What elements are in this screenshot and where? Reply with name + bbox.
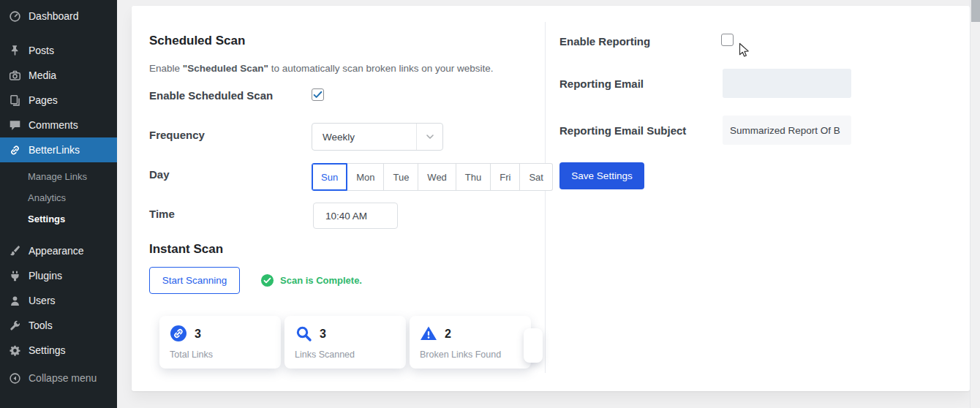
- collapse-arrow-icon: [7, 371, 22, 385]
- admin-menu: Dashboard Posts Media Pages Commen: [0, 0, 117, 390]
- scheduled-scan-description: Enable "Scheduled Scan" to automatically…: [149, 63, 494, 74]
- gear-icon: [7, 343, 22, 358]
- reporting-email-subject-input[interactable]: [723, 116, 851, 145]
- time-label: Time: [149, 208, 175, 220]
- plug-icon: [7, 268, 22, 283]
- total-links-value: 3: [195, 328, 201, 341]
- speech-bubble-icon: [7, 118, 22, 132]
- betterlinks-submenu: Manage Links Analytics Settings: [0, 162, 117, 238]
- reporting-email-input[interactable]: [723, 69, 851, 98]
- day-label: Day: [149, 168, 170, 181]
- sidebar-item-collapse-menu[interactable]: Collapse menu: [0, 366, 117, 390]
- chevron-down-icon: [416, 124, 442, 150]
- link-icon: [7, 143, 22, 157]
- day-selector: Sun Mon Tue Wed Thu Fri Sat: [312, 163, 553, 191]
- checkmark-icon: [312, 89, 323, 100]
- dashboard-icon: [7, 9, 22, 23]
- frequency-select[interactable]: Weekly: [312, 123, 443, 151]
- submenu-item-settings[interactable]: Settings: [0, 208, 117, 230]
- links-scanned-value: 3: [320, 328, 326, 341]
- sidebar-item-label: Pages: [29, 94, 58, 106]
- time-input[interactable]: [313, 203, 398, 229]
- sidebar-item-label: Tools: [29, 320, 53, 331]
- enable-reporting-label: Enable Reporting: [559, 35, 650, 48]
- day-button-tue[interactable]: Tue: [384, 163, 418, 191]
- wrench-icon: [7, 318, 22, 333]
- column-divider: [545, 22, 546, 373]
- link-circle-icon: [170, 325, 187, 342]
- scan-status: Scan is Complete.: [260, 267, 362, 294]
- sidebar-item-users[interactable]: Users: [0, 288, 117, 313]
- pushpin-icon: [7, 43, 22, 58]
- sidebar-item-settings[interactable]: Settings: [0, 338, 117, 363]
- broken-links-value: 2: [445, 328, 451, 341]
- description-bold: "Scheduled Scan": [183, 63, 268, 74]
- scheduled-scan-title: Scheduled Scan: [149, 34, 245, 48]
- stat-card-links-scanned: 3 Links Scanned: [284, 316, 406, 369]
- day-button-thu[interactable]: Thu: [456, 163, 491, 191]
- search-icon: [295, 325, 312, 342]
- sidebar-item-comments[interactable]: Comments: [0, 113, 117, 137]
- day-button-wed[interactable]: Wed: [418, 163, 456, 191]
- frequency-selected-value: Weekly: [312, 132, 416, 143]
- sidebar-item-betterlinks[interactable]: BetterLinks: [0, 137, 117, 162]
- sidebar-item-appearance[interactable]: Appearance: [0, 238, 117, 263]
- enable-scheduled-scan-label: Enable Scheduled Scan: [149, 89, 273, 102]
- wp-admin-sidebar: Dashboard Posts Media Pages Commen: [0, 0, 117, 408]
- sidebar-item-posts[interactable]: Posts: [0, 38, 117, 63]
- submenu-item-analytics[interactable]: Analytics: [0, 187, 117, 208]
- submenu-item-manage-links[interactable]: Manage Links: [0, 166, 117, 187]
- day-button-mon[interactable]: Mon: [347, 163, 384, 191]
- sidebar-item-label: Posts: [29, 45, 54, 56]
- sidebar-item-label: Appearance: [29, 245, 84, 257]
- reporting-email-subject-label: Reporting Email Subject: [559, 124, 686, 137]
- reporting-email-label: Reporting Email: [559, 78, 644, 90]
- description-prefix: Enable: [149, 63, 183, 74]
- sidebar-item-tools[interactable]: Tools: [0, 313, 117, 338]
- sidebar-item-label: Settings: [29, 344, 66, 356]
- scrollbar-track[interactable]: [970, 0, 980, 408]
- paintbrush-icon: [7, 243, 22, 258]
- frequency-label: Frequency: [149, 129, 205, 141]
- sidebar-item-pages[interactable]: Pages: [0, 88, 117, 113]
- stat-card-total-links: 3 Total Links: [159, 316, 281, 369]
- sidebar-item-label: Collapse menu: [29, 372, 97, 384]
- settings-panel: Scheduled Scan Enable "Scheduled Scan" t…: [132, 6, 970, 391]
- enable-reporting-checkbox[interactable]: [721, 34, 734, 46]
- user-icon: [7, 293, 22, 308]
- enable-scheduled-scan-checkbox[interactable]: [312, 88, 324, 101]
- links-scanned-label: Links Scanned: [295, 350, 355, 360]
- sidebar-item-dashboard[interactable]: Dashboard: [0, 4, 117, 29]
- start-scanning-button[interactable]: Start Scanning: [149, 267, 240, 294]
- menu-separator: [0, 29, 117, 38]
- scrollbar-thumb[interactable]: [971, 0, 980, 22]
- sidebar-item-label: Comments: [29, 119, 78, 131]
- sidebar-item-label: Users: [29, 295, 56, 306]
- camera-icon: [7, 68, 22, 83]
- scan-status-text: Scan is Complete.: [280, 275, 362, 286]
- stat-card-partial: [524, 328, 543, 363]
- sidebar-item-label: Dashboard: [29, 10, 79, 22]
- sidebar-item-plugins[interactable]: Plugins: [0, 263, 117, 288]
- sidebar-item-label: Media: [29, 69, 56, 81]
- day-button-sun[interactable]: Sun: [312, 163, 347, 191]
- sidebar-item-label: BetterLinks: [29, 144, 80, 156]
- stat-card-broken-links: 2 Broken Links Found: [410, 316, 531, 369]
- instant-scan-title: Instant Scan: [149, 242, 223, 257]
- broken-links-label: Broken Links Found: [420, 350, 501, 360]
- warning-triangle-icon: [420, 325, 437, 342]
- save-settings-button[interactable]: Save Settings: [559, 162, 644, 189]
- scan-stats-row: 3 Total Links 3 Links Scanned 2 Broken L…: [159, 316, 531, 369]
- sidebar-item-label: Plugins: [29, 270, 62, 282]
- total-links-label: Total Links: [170, 350, 213, 360]
- check-circle-icon: [260, 273, 274, 287]
- day-button-fri[interactable]: Fri: [491, 163, 520, 191]
- day-button-sat[interactable]: Sat: [520, 163, 553, 191]
- sidebar-item-media[interactable]: Media: [0, 63, 117, 88]
- description-suffix: to automatically scan broken links on yo…: [268, 63, 494, 74]
- pages-icon: [7, 93, 22, 107]
